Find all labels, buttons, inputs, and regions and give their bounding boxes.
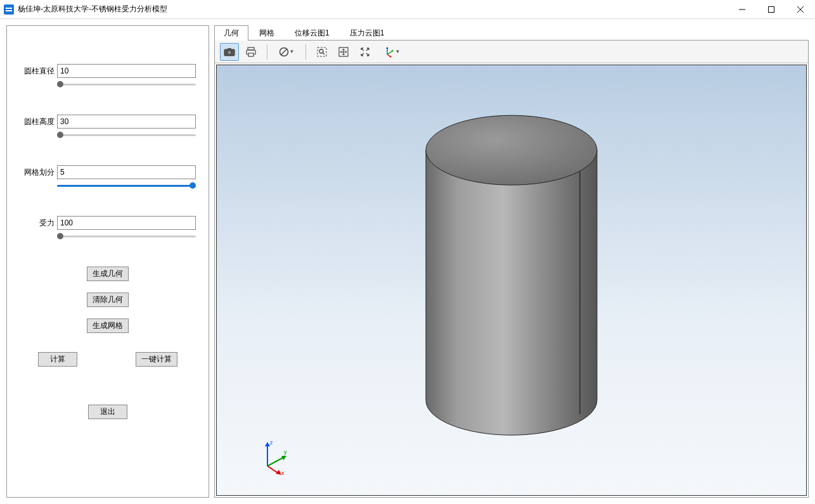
viewport-toolbar: ▼ ▼ — [215, 41, 808, 63]
window-title: 杨佳坤-太原科技大学-不锈钢柱受力分析模型 — [18, 4, 167, 15]
axis-z-label: z — [270, 439, 273, 446]
height-slider[interactable] — [57, 130, 196, 140]
force-slider[interactable] — [57, 231, 196, 241]
exit-button[interactable]: 退出 — [88, 405, 127, 419]
sidebar: 圆柱直径 圆柱高度 网格划分 受力 — [6, 25, 209, 498]
diameter-label: 圆柱直径 — [20, 66, 55, 77]
tab-mesh[interactable]: 网格 — [250, 25, 284, 41]
cylinder-geometry — [416, 103, 606, 444]
height-label: 圆柱高度 — [20, 117, 55, 127]
mesh-slider[interactable] — [57, 180, 196, 191]
svg-line-16 — [323, 53, 325, 54]
height-input[interactable] — [57, 115, 196, 129]
camera-icon[interactable] — [220, 43, 239, 61]
svg-point-8 — [228, 50, 232, 54]
zoom-extents-icon[interactable] — [356, 43, 375, 61]
titlebar: 杨佳坤-太原科技大学-不锈钢柱受力分析模型 — [0, 0, 815, 19]
mesh-input[interactable] — [57, 165, 196, 179]
axis-orientation-icon[interactable]: ▼ — [377, 43, 405, 61]
no-entry-icon[interactable]: ▼ — [274, 43, 299, 61]
diameter-input[interactable] — [57, 64, 196, 78]
tab-pressure[interactable]: 压力云图1 — [340, 25, 394, 41]
diameter-slider[interactable] — [57, 79, 196, 89]
maximize-button[interactable] — [757, 0, 786, 19]
view-frame: ▼ ▼ — [214, 40, 809, 498]
svg-point-15 — [319, 49, 323, 53]
main-panel: 几何 网格 位移云图1 压力云图1 ▼ — [214, 25, 809, 498]
svg-point-22 — [426, 115, 597, 185]
svg-line-13 — [281, 49, 286, 54]
tab-geometry[interactable]: 几何 — [214, 25, 248, 41]
3d-viewport[interactable]: z y x — [216, 65, 807, 496]
svg-rect-7 — [228, 48, 231, 50]
compute-button[interactable]: 计算 — [38, 352, 77, 367]
svg-rect-0 — [6, 8, 12, 9]
axis-y-label: y — [284, 449, 287, 455]
one-click-compute-button[interactable]: 一键计算 — [136, 352, 177, 367]
clear-geometry-button[interactable]: 清除几何 — [87, 293, 129, 307]
mesh-label: 网格划分 — [20, 167, 55, 178]
generate-mesh-button[interactable]: 生成网格 — [87, 318, 129, 333]
minimize-button[interactable] — [728, 0, 757, 19]
axis-gizmo: z y x — [256, 438, 294, 476]
tabs: 几何 网格 位移云图1 压力云图1 — [214, 25, 809, 41]
print-icon[interactable] — [241, 43, 260, 61]
fit-view-icon[interactable] — [334, 43, 353, 61]
svg-rect-1 — [6, 10, 12, 11]
svg-rect-11 — [248, 53, 253, 56]
axis-x-label: x — [281, 470, 285, 476]
app-icon — [4, 4, 14, 15]
zoom-region-icon[interactable] — [312, 43, 331, 61]
svg-rect-14 — [318, 47, 326, 56]
force-label: 受力 — [20, 218, 55, 229]
close-button[interactable] — [786, 0, 815, 19]
generate-geometry-button[interactable]: 生成几何 — [87, 267, 129, 281]
tab-displacement[interactable]: 位移云图1 — [285, 25, 339, 41]
svg-line-24 — [267, 457, 284, 466]
svg-rect-3 — [769, 6, 774, 12]
force-input[interactable] — [57, 216, 196, 230]
